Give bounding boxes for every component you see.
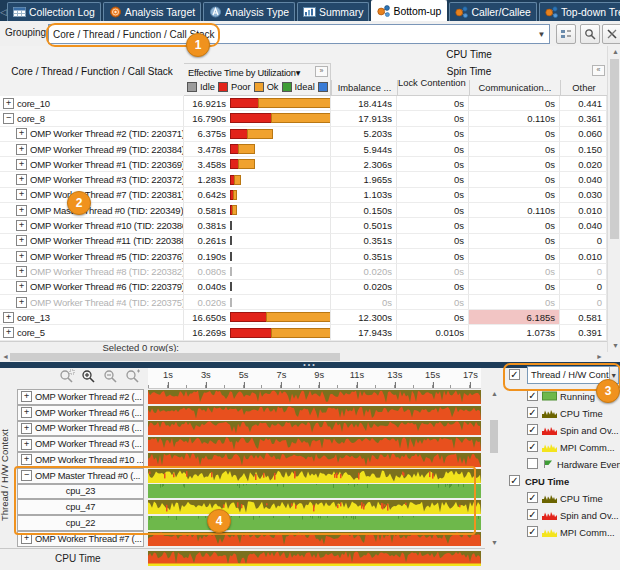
tab-top-down-tree[interactable]: Top-down Tree	[539, 2, 620, 21]
legend-item-spin-and-ov-checkbox[interactable]: ✓	[527, 424, 538, 435]
table-row[interactable]: +OMP Worker Thread #1 (TID: 220369)3.458…	[0, 157, 607, 172]
collapse-column-icon[interactable]: «	[592, 65, 605, 76]
expand-icon[interactable]: +	[16, 297, 27, 308]
timeline-chart-omp-worker-thread-10[interactable]	[148, 453, 481, 467]
timeline-chart-omp-master-thread-0[interactable]	[148, 469, 481, 483]
zoom-in-icon[interactable]	[81, 369, 101, 385]
custom-grouping-button[interactable]	[556, 24, 576, 44]
timeline-row-label[interactable]: +OMP Worker Thread #7 (...	[17, 531, 144, 547]
timeline-scroll-down-icon[interactable]: ▼	[491, 538, 498, 548]
table-row[interactable]: +OMP Master Thread #0 (TID: 220349)0.581…	[0, 203, 607, 218]
expand-icon[interactable]: +	[21, 533, 32, 544]
tab-scroll-left-icon[interactable]: ◁	[0, 3, 7, 21]
table-row[interactable]: +OMP Worker Thread #3 (TID: 220372)1.283…	[0, 172, 607, 187]
timeline-row-label[interactable]: +OMP Worker Thread #8 (...	[17, 421, 144, 437]
scroll-right-icon[interactable]: ►	[596, 352, 603, 362]
table-row[interactable]: +OMP Worker Thread #4 (TID: 220375)0.020…	[0, 295, 607, 310]
timeline-chart-omp-worker-thread-7[interactable]	[148, 532, 481, 546]
tab-collection-log[interactable]: Collection Log	[7, 2, 101, 21]
expand-column-icon[interactable]: »	[315, 66, 328, 77]
column-header-other[interactable]: Other	[560, 80, 607, 96]
table-row[interactable]: +OMP Worker Thread #2 (TID: 220371)6.375…	[0, 127, 607, 142]
vertical-scrollbar[interactable]: ▲ ▼	[607, 46, 620, 352]
zoom-out-icon[interactable]	[103, 369, 123, 385]
legend-item-cpu-time[interactable]: CPU Time	[539, 406, 603, 420]
legend-item-running[interactable]: Running	[539, 389, 595, 403]
tab-caller-callee[interactable]: Caller/Callee	[449, 2, 536, 21]
expand-icon[interactable]: +	[16, 128, 27, 139]
zoom-selection-icon[interactable]	[59, 369, 79, 385]
timeline-row-label[interactable]: cpu_47	[17, 499, 144, 515]
table-row[interactable]: +OMP Worker Thread #5 (TID: 220376)0.190…	[0, 249, 607, 264]
column-header-effective-time[interactable]: Effective Time by Utilization▾ » IdlePoo…	[184, 63, 331, 96]
legend-item-cpu-mpi-comm[interactable]: MPI Comm...	[539, 525, 615, 539]
expand-icon[interactable]: +	[16, 235, 27, 246]
expand-icon[interactable]: +	[16, 174, 27, 185]
column-header-communication[interactable]: Communication...	[469, 80, 560, 96]
search-button[interactable]	[580, 24, 600, 44]
timeline-vscroll-thumb[interactable]	[490, 420, 498, 453]
vscroll-thumb[interactable]	[610, 59, 619, 239]
timeline-row-label[interactable]: cpu_23	[17, 484, 144, 500]
legend-group-cpu-time[interactable]: CPU Time	[521, 474, 569, 488]
expand-icon[interactable]: +	[16, 281, 27, 292]
zoom-reset-icon[interactable]	[125, 369, 145, 385]
expand-icon[interactable]: +	[3, 327, 14, 338]
timeline-row-label[interactable]: +OMP Worker Thread #2 (...	[17, 389, 144, 405]
legend-item-running-checkbox[interactable]: ✓	[527, 390, 538, 401]
scroll-down-icon[interactable]: ▼	[612, 341, 619, 351]
timeline-row-label[interactable]: +OMP Worker Thread #10 ...	[17, 452, 144, 468]
hscroll-thumb[interactable]	[10, 353, 340, 361]
tab-summary[interactable]: Summary	[297, 2, 369, 21]
tab-analysis-target[interactable]: Analysis Target	[103, 2, 201, 21]
legend-item-cpu-mpi-comm-checkbox[interactable]: ✓	[527, 526, 538, 537]
timeline-vertical-scrollbar[interactable]: ▲ ▼	[487, 389, 501, 547]
expand-icon[interactable]: +	[21, 391, 32, 402]
expand-icon[interactable]: +	[16, 189, 27, 200]
chevron-down-icon[interactable]: ▼	[534, 30, 549, 39]
tab-analysis-type[interactable]: Analysis Type	[203, 2, 295, 21]
grouping-combobox[interactable]: Core / Thread / Function / Call Stack ▼	[48, 24, 550, 44]
tab-bottom-up[interactable]: Bottom-up	[371, 0, 447, 21]
collapse-icon[interactable]: −	[3, 113, 14, 124]
table-row[interactable]: +OMP Worker Thread #10 (TID: 220386)0.38…	[0, 218, 607, 233]
expand-icon[interactable]: +	[16, 220, 27, 231]
expand-icon[interactable]: +	[16, 159, 27, 170]
legend-item-mpi-comm[interactable]: MPI Comm...	[539, 440, 615, 454]
timeline-chart-omp-worker-thread-3[interactable]	[148, 437, 481, 451]
legend-item-cpu-cpu-time[interactable]: CPU Time	[539, 491, 603, 505]
column-header-imbalance[interactable]: Imbalance ...	[331, 80, 397, 96]
expand-icon[interactable]: +	[3, 98, 14, 109]
expand-icon[interactable]: +	[21, 439, 32, 450]
table-row[interactable]: +OMP Worker Thread #8 (TID: 220382)0.080…	[0, 264, 607, 279]
timeline-chart-omp-worker-thread-8[interactable]	[148, 421, 481, 435]
timeline-row-label[interactable]: cpu_22	[17, 515, 144, 531]
legend-group-cpu-time-checkbox[interactable]: ✓	[509, 475, 520, 486]
timeline-chart-cpu-47[interactable]	[148, 500, 481, 514]
table-row[interactable]: +OMP Worker Thread #11 (TID: 220388)0.26…	[0, 234, 607, 249]
timeline-chart-omp-worker-thread-2[interactable]	[148, 390, 481, 404]
expand-icon[interactable]: +	[16, 144, 27, 155]
legend-item-spin-and-ov[interactable]: Spin and Ov...	[539, 423, 619, 437]
timeline-chart-cpu-22[interactable]	[148, 516, 481, 530]
expand-icon[interactable]: +	[3, 312, 14, 323]
customize-view-button[interactable]	[602, 24, 620, 44]
table-row[interactable]: −core_816.790s17.913s0s0.110s0.361	[0, 111, 607, 126]
scroll-left-icon[interactable]: ◄	[2, 352, 9, 362]
collapse-icon[interactable]: −	[21, 470, 32, 481]
timeline-row-label[interactable]: +OMP Worker Thread #3 (...	[17, 436, 144, 452]
expand-icon[interactable]: +	[21, 423, 32, 434]
timeline-row-label[interactable]: −OMP Master Thread #0 (...	[17, 468, 144, 484]
timeline-row-label[interactable]: +OMP Worker Thread #6 (...	[17, 405, 144, 421]
legend-item-mpi-comm-checkbox[interactable]: ✓	[527, 441, 538, 452]
table-row[interactable]: +core_1316.650s12.300s0s6.185s0.581	[0, 310, 607, 325]
scroll-up-icon[interactable]: ▲	[612, 47, 619, 57]
splitter-handle-icon[interactable]: •••	[295, 363, 325, 367]
timeline-chart-cpu-23[interactable]	[148, 484, 481, 498]
timeline-chart-omp-worker-thread-6[interactable]	[148, 406, 481, 420]
cpu-time-overview-chart[interactable]	[148, 551, 481, 566]
legend-dropdown-checkbox[interactable]: ✓	[509, 369, 520, 380]
legend-item-cpu-spin-and-ov-checkbox[interactable]: ✓	[527, 509, 538, 520]
table-row[interactable]: +core_1016.921s18.414s0s0s0.441	[0, 96, 607, 111]
table-row[interactable]: +core_516.269s17.943s0.010s1.073s0.391	[0, 325, 607, 340]
